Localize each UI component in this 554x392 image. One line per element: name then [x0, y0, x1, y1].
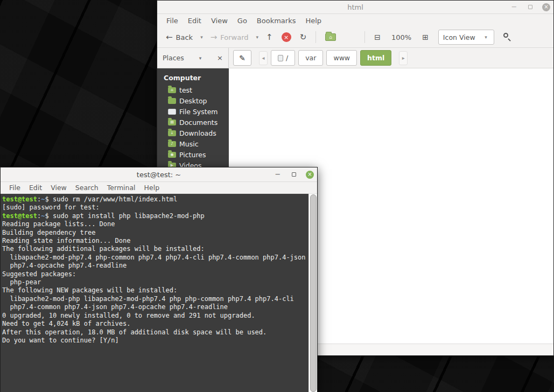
- terminal-prompt-line: test@test:~$ sudo rm /var/www/html/index…: [2, 195, 308, 204]
- forward-button[interactable]: → Forward: [207, 30, 252, 44]
- view-mode-value: Icon View: [443, 33, 475, 41]
- terminal-output-line: [sudo] password for test:: [2, 204, 308, 212]
- maximize-button[interactable]: [526, 3, 535, 11]
- menu-item-help[interactable]: Help: [300, 15, 326, 26]
- zoom-level: 100%: [386, 33, 417, 41]
- menu-item-view[interactable]: View: [46, 183, 71, 193]
- back-arrow-icon: ←: [166, 32, 173, 42]
- search-icon: [503, 33, 508, 38]
- terminal-title: test@test: ~: [1, 171, 317, 179]
- chevron-down-icon: ▾: [482, 34, 489, 40]
- file-manager-title: html: [157, 3, 553, 11]
- breadcrumb-scroll-right-button[interactable]: ▸: [399, 51, 408, 65]
- minimize-button[interactable]: −: [510, 3, 518, 11]
- menu-item-file[interactable]: File: [162, 15, 183, 26]
- refresh-icon: ↻: [300, 32, 307, 42]
- terminal-output[interactable]: test@test:~$ sudo rm /var/www/html/index…: [1, 194, 308, 392]
- back-button[interactable]: ← Back: [163, 30, 196, 44]
- file-system-icon: [168, 109, 176, 115]
- terminal-output-line: Reading package lists... Done: [2, 220, 308, 228]
- terminal-output-line: Reading state information... Done: [2, 237, 308, 245]
- terminal-output-line: The following NEW packages will be insta…: [2, 286, 308, 295]
- terminal-output-line: Building dependency tree: [2, 229, 308, 237]
- menu-item-bookmarks[interactable]: Bookmarks: [252, 15, 301, 26]
- file-manager-titlebar[interactable]: html − ×: [157, 1, 553, 14]
- terminal-output-line: php7.4-opcache php7.4-readline: [2, 262, 308, 270]
- sidebar-item-documents[interactable]: ▤Documents: [157, 117, 229, 128]
- terminal-window: test@test: ~ − × FileEditViewSearchTermi…: [0, 167, 318, 392]
- sidebar-item-desktop[interactable]: Desktop: [157, 95, 229, 106]
- breadcrumb-scroll-left-button[interactable]: ◂: [259, 51, 268, 65]
- chevron-down-icon[interactable]: ▾: [199, 55, 202, 61]
- breadcrumb-segment-www[interactable]: www: [326, 50, 357, 66]
- music-folder-icon: ♪: [168, 141, 176, 147]
- menu-item-terminal[interactable]: Terminal: [103, 183, 140, 193]
- menu-item-file[interactable]: File: [5, 183, 25, 193]
- toolbar-separator: [315, 31, 316, 43]
- desktop-button[interactable]: [341, 31, 359, 44]
- terminal-output-line: libapache2-mod-php7.4 php-common php7.4 …: [2, 254, 308, 262]
- stop-button[interactable]: ×: [278, 30, 294, 44]
- terminal-output-line: php-pear: [2, 278, 308, 286]
- maximize-button[interactable]: [290, 170, 298, 179]
- back-history-caret-icon[interactable]: ▾: [198, 34, 205, 40]
- terminal-prompt-line: test@test:~$ sudo apt install php libapa…: [2, 212, 308, 220]
- close-button[interactable]: ×: [306, 171, 314, 179]
- sidebar-item-label: test: [179, 86, 192, 94]
- terminal-output-line: php7.4-common php7.4-json php7.4-opcache…: [2, 303, 308, 311]
- places-select[interactable]: Places: [163, 54, 184, 62]
- sidebar-item-file-system[interactable]: File System: [157, 106, 229, 117]
- sidebar-section-computer: Computer: [157, 72, 229, 85]
- terminal-output-line: Suggested packages:: [2, 270, 308, 278]
- sidebar-item-test[interactable]: ⌂test: [157, 85, 229, 95]
- menu-item-edit[interactable]: Edit: [183, 15, 206, 26]
- up-arrow-icon: ↑: [266, 32, 273, 42]
- sidebar-item-music[interactable]: ♪Music: [157, 138, 229, 149]
- view-mode-select[interactable]: Icon View ▾: [438, 30, 494, 45]
- home-button[interactable]: ⌂: [322, 31, 339, 43]
- desktop-monitor-icon: [345, 33, 355, 41]
- breadcrumb-root-button[interactable]: /: [271, 50, 295, 66]
- zoom-out-icon[interactable]: ⊟: [371, 33, 384, 41]
- sidebar-item-downloads[interactable]: ↓Downloads: [157, 128, 229, 138]
- forward-history-caret-icon[interactable]: ▾: [254, 34, 261, 40]
- sidebar-item-pictures[interactable]: ◉Pictures: [157, 149, 229, 160]
- edit-location-button[interactable]: ✎: [233, 50, 251, 66]
- search-button[interactable]: [502, 32, 513, 43]
- terminal-scrollbar[interactable]: [308, 194, 317, 392]
- close-sidebar-icon[interactable]: ×: [217, 54, 223, 62]
- places-panel-header: Places ▾ ×: [157, 48, 229, 68]
- menu-item-edit[interactable]: Edit: [25, 183, 46, 193]
- minimize-button[interactable]: −: [274, 170, 282, 179]
- scrollbar-thumb[interactable]: [310, 194, 317, 392]
- downloads-folder-icon: ↓: [168, 130, 176, 136]
- up-button[interactable]: ↑: [263, 30, 276, 44]
- breadcrumb: ✎ ◂ / varwwwhtml ▸: [229, 48, 553, 68]
- menu-item-help[interactable]: Help: [140, 183, 164, 193]
- terminal-output-line: 0 upgraded, 10 newly installed, 0 to rem…: [2, 312, 308, 320]
- file-manager-path-row: Places ▾ × ✎ ◂ / varwwwhtml ▸: [157, 48, 553, 68]
- refresh-button[interactable]: ↻: [297, 30, 310, 44]
- breadcrumb-root-label: /: [286, 54, 288, 62]
- terminal-output-line: Need to get 4,024 kB of archives.: [2, 320, 308, 328]
- sidebar-item-label: Pictures: [179, 151, 206, 159]
- documents-folder-icon: ▤: [168, 120, 176, 125]
- breadcrumb-segment-var[interactable]: var: [298, 50, 323, 66]
- forward-arrow-icon: →: [211, 32, 218, 42]
- close-button[interactable]: ×: [542, 3, 550, 11]
- menu-item-search[interactable]: Search: [71, 183, 103, 193]
- drive-icon: [278, 55, 283, 61]
- maximize-icon: [292, 172, 296, 177]
- zoom-in-icon[interactable]: ⊞: [419, 33, 432, 41]
- breadcrumb-segment-html[interactable]: html: [360, 50, 391, 66]
- menu-item-view[interactable]: View: [206, 15, 233, 26]
- sidebar-item-label: Downloads: [179, 129, 216, 137]
- sidebar-item-label: Music: [179, 140, 199, 148]
- pictures-folder-icon: ◉: [168, 152, 176, 158]
- home-folder-icon: ⌂: [168, 87, 176, 93]
- terminal-menubar: FileEditViewSearchTerminalHelp: [1, 182, 317, 194]
- terminal-titlebar[interactable]: test@test: ~ − ×: [1, 167, 317, 182]
- terminal-output-line: libapache2-mod-php libapache2-mod-php7.4…: [2, 295, 308, 303]
- sidebar-item-label: Desktop: [179, 97, 207, 105]
- menu-item-go[interactable]: Go: [233, 15, 252, 26]
